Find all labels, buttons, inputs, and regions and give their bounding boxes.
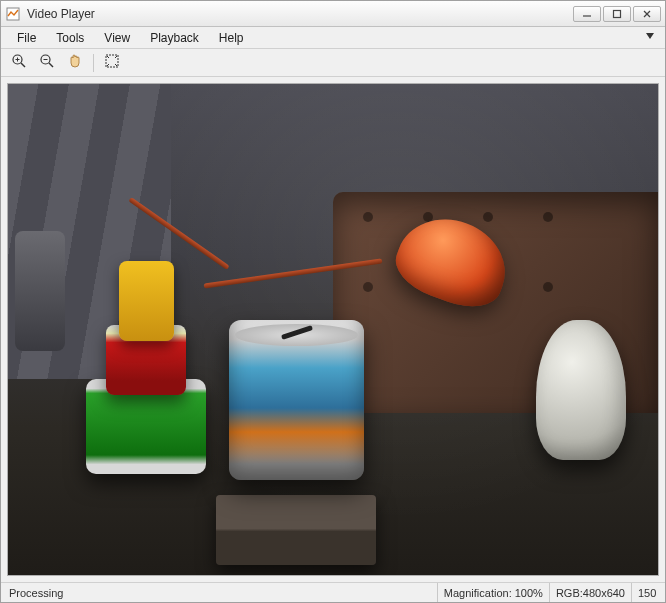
menu-tools[interactable]: Tools	[46, 29, 94, 47]
content-area	[1, 77, 665, 582]
dock-toggle-icon[interactable]	[641, 31, 659, 45]
window-controls	[573, 6, 661, 22]
svg-rect-2	[614, 10, 621, 17]
menu-help[interactable]: Help	[209, 29, 254, 47]
hand-icon	[67, 53, 83, 72]
zoom-out-icon	[39, 53, 55, 72]
menu-view[interactable]: View	[94, 29, 140, 47]
svg-line-6	[21, 63, 25, 67]
magnification-value: 100%	[515, 587, 543, 599]
video-frame-image	[8, 84, 658, 575]
statusbar: Processing Magnification: 100% RGB:480x6…	[1, 582, 665, 602]
window-title: Video Player	[27, 7, 573, 21]
pan-button[interactable]	[63, 52, 87, 74]
maximize-button[interactable]	[603, 6, 631, 22]
minimize-button[interactable]	[573, 6, 601, 22]
video-viewport[interactable]	[7, 83, 659, 576]
zoom-in-button[interactable]	[7, 52, 31, 74]
close-button[interactable]	[633, 6, 661, 22]
menubar: File Tools View Playback Help	[1, 27, 665, 49]
fit-to-window-icon	[104, 53, 120, 72]
svg-line-10	[49, 63, 53, 67]
app-window: Video Player File Tools View Playback He…	[0, 0, 666, 603]
zoom-in-icon	[11, 53, 27, 72]
status-frame: 150	[631, 583, 665, 602]
status-state: Processing	[1, 587, 437, 599]
toolbar	[1, 49, 665, 77]
status-magnification: Magnification: 100%	[437, 583, 549, 602]
status-format: RGB:480x640	[549, 583, 631, 602]
titlebar: Video Player	[1, 1, 665, 27]
magnification-label: Magnification:	[444, 587, 512, 599]
menu-file[interactable]: File	[7, 29, 46, 47]
app-icon	[5, 6, 21, 22]
toolbar-separator	[93, 54, 94, 72]
menu-playback[interactable]: Playback	[140, 29, 209, 47]
fit-window-button[interactable]	[100, 52, 124, 74]
zoom-out-button[interactable]	[35, 52, 59, 74]
